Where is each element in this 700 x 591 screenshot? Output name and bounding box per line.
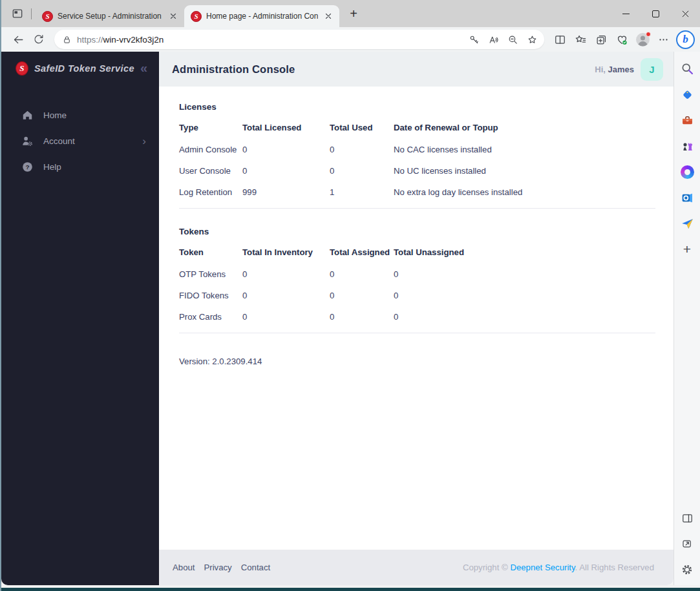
rail-shopping-button[interactable] <box>676 81 698 107</box>
cell: OTP Tokens <box>179 264 242 285</box>
brand-name: SafeID Token Service <box>34 63 134 74</box>
back-button[interactable] <box>8 29 28 50</box>
star-icon <box>527 34 538 45</box>
copyright-prefix: Copyright © <box>463 563 510 572</box>
new-tab-button[interactable]: + <box>345 5 363 23</box>
chevron-right-icon: › <box>142 136 146 147</box>
tab-actions-icon <box>11 7 24 20</box>
close-icon <box>681 10 690 18</box>
microsoft-365-icon <box>681 165 694 179</box>
browser-toolbar: https://win-vrv2kfo3j2n <box>1 27 700 52</box>
zoom-out-button[interactable] <box>503 30 522 48</box>
table-row: FIDO Tokens 0 0 0 <box>179 285 655 306</box>
table-header-row: Token Total In Inventory Total Assigned … <box>179 247 655 264</box>
footer-link-privacy[interactable]: Privacy <box>204 563 231 572</box>
toolbox-icon <box>681 114 694 127</box>
add-favorite-button[interactable] <box>522 30 542 48</box>
cell: Log Retention <box>179 181 242 203</box>
table-row: User Console 0 0 No UC licenses installe… <box>179 160 655 181</box>
version-text: Version: 2.0.2309.414 <box>179 357 655 366</box>
window-controls <box>611 0 700 27</box>
favorites-button[interactable] <box>570 29 591 50</box>
page-header: Administration Console Hi, James J <box>159 52 673 87</box>
user-greeting: Hi, James <box>595 65 634 74</box>
svg-text:?: ? <box>25 163 29 170</box>
tab-title: Service Setup - Administration Co <box>58 12 163 21</box>
tab-service-setup[interactable]: S Service Setup - Administration Co <box>36 5 184 27</box>
tab-actions-menu-button[interactable] <box>8 4 27 23</box>
cell: 0 <box>394 306 655 327</box>
window-bottom-frame <box>1 585 700 591</box>
rail-settings-button[interactable] <box>676 557 698 583</box>
rail-side-panel-button[interactable] <box>676 505 698 531</box>
cell: User Console <box>179 160 242 181</box>
password-button[interactable] <box>464 30 483 48</box>
games-chess-icon <box>681 140 694 153</box>
table-header-row: Type Total Licensed Total Used Date of R… <box>179 123 655 139</box>
read-aloud-button[interactable] <box>483 30 503 48</box>
tab-home-page[interactable]: S Home page - Administration Con <box>184 5 339 27</box>
side-panel-icon <box>681 512 694 524</box>
divider <box>179 333 655 333</box>
cell: 0 <box>242 285 330 306</box>
split-screen-button[interactable] <box>549 29 570 50</box>
minimize-button[interactable] <box>611 0 641 27</box>
close-button[interactable] <box>670 0 700 27</box>
sidebar-item-help[interactable]: ? Help <box>1 154 159 180</box>
site-info-lock-button[interactable] <box>62 35 72 45</box>
copyright-text: Copyright © Deepnet Security. All Rights… <box>463 563 654 572</box>
copilot-button[interactable]: b <box>676 30 695 49</box>
refresh-button[interactable] <box>28 29 49 50</box>
url-text[interactable]: https://win-vrv2kfo3j2n <box>77 35 464 45</box>
search-icon <box>681 62 694 76</box>
zoom-out-icon <box>507 34 518 45</box>
footer-link-contact[interactable]: Contact <box>241 563 270 572</box>
cell: 0 <box>330 160 394 181</box>
table-row: Admin Console 0 0 No CAC licenses instal… <box>179 139 655 160</box>
browser-titlebar: S Service Setup - Administration Co S Ho… <box>1 0 700 27</box>
account-user-gear-icon <box>21 135 34 147</box>
paper-plane-icon <box>681 217 694 231</box>
user-avatar[interactable]: J <box>641 58 663 81</box>
sidebar-item-home[interactable]: Home <box>1 102 159 128</box>
tab-close-button[interactable] <box>167 10 179 22</box>
rail-customize-button[interactable]: + <box>676 236 698 262</box>
copyright-suffix: . All Rights Reserved <box>575 563 654 572</box>
rail-drop-button[interactable] <box>676 211 698 236</box>
rail-search-button[interactable] <box>676 56 698 81</box>
cell: 0 <box>330 306 394 327</box>
rail-tools-button[interactable] <box>676 107 698 133</box>
collections-button[interactable] <box>591 29 611 50</box>
tokens-table: Token Total In Inventory Total Assigned … <box>179 247 655 327</box>
settings-more-button[interactable] <box>653 29 673 50</box>
rail-outlook-button[interactable] <box>676 185 698 211</box>
rail-games-button[interactable] <box>676 133 698 159</box>
profile-button[interactable] <box>632 29 653 50</box>
home-icon <box>21 109 34 121</box>
cell: No extra log day licenses installed <box>394 181 655 203</box>
column-header: Total Unassigned <box>394 247 655 264</box>
key-icon <box>469 34 480 45</box>
footer-link-about[interactable]: About <box>173 563 195 572</box>
header-user-area: Hi, James J <box>595 58 663 81</box>
safeid-logo-icon: S <box>16 61 28 76</box>
sidebar-collapse-button[interactable]: « <box>140 61 147 76</box>
column-header: Date of Renewal or Topup <box>394 123 655 139</box>
safeid-favicon: S <box>42 11 53 22</box>
licenses-title: Licenses <box>179 102 655 112</box>
cell: FIDO Tokens <box>179 285 242 306</box>
sidebar-item-account[interactable]: Account › <box>1 128 159 154</box>
tab-close-button[interactable] <box>323 10 334 22</box>
rail-open-in-new-button[interactable] <box>676 531 698 557</box>
maximize-button[interactable] <box>641 0 670 27</box>
browser-essentials-button[interactable] <box>611 29 632 50</box>
address-bar[interactable]: https://win-vrv2kfo3j2n <box>54 30 544 49</box>
tabbar-divider <box>31 8 32 19</box>
cell: 0 <box>394 264 655 285</box>
page-footer: About Privacy Contact Copyright © Deepne… <box>159 550 673 585</box>
rail-microsoft-365-button[interactable] <box>676 159 698 185</box>
cell: 0 <box>242 139 330 160</box>
app-page: Administration Console Hi, James J Licen… <box>159 52 673 585</box>
deepnet-security-link[interactable]: Deepnet Security <box>510 563 575 572</box>
cell: 0 <box>242 264 330 285</box>
